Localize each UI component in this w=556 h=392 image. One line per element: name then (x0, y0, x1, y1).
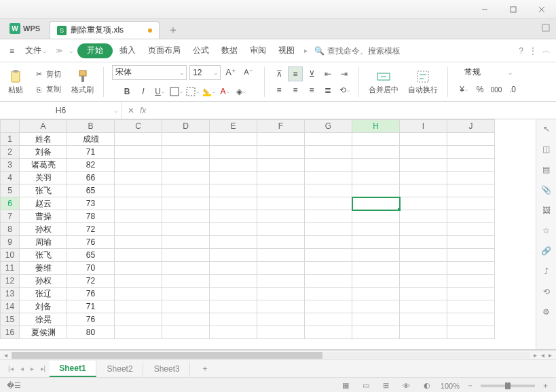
cell[interactable] (305, 184, 352, 197)
cell[interactable] (352, 326, 400, 339)
fill-style-button[interactable] (185, 84, 200, 99)
cell[interactable] (210, 288, 257, 300)
document-tab[interactable]: S 删除重复项.xls (50, 21, 160, 39)
cell[interactable]: 赵云 (20, 197, 67, 210)
cell[interactable] (257, 262, 305, 275)
cell[interactable]: 诸葛亮 (20, 159, 67, 172)
cell[interactable] (162, 197, 210, 210)
cell[interactable] (115, 133, 162, 146)
cell[interactable] (447, 326, 495, 339)
align-bottom-button[interactable]: ⊻ (304, 66, 319, 81)
cell[interactable]: 72 (67, 275, 115, 288)
cell[interactable] (162, 313, 210, 326)
cell[interactable] (305, 197, 352, 210)
tab-start[interactable]: 开始 (77, 43, 113, 58)
column-header[interactable]: G (305, 120, 352, 133)
cell[interactable]: 刘备 (20, 300, 67, 313)
row-header[interactable]: 9 (1, 236, 20, 249)
cell[interactable] (162, 275, 210, 288)
row-header[interactable]: 6 (1, 197, 20, 210)
italic-button[interactable]: I (136, 84, 151, 99)
column-header[interactable]: J (447, 120, 495, 133)
font-size-select[interactable]: 12⌵ (189, 65, 221, 80)
link-icon[interactable]: 🔗 (541, 246, 552, 256)
cell[interactable] (352, 223, 400, 236)
column-header[interactable]: I (400, 120, 447, 133)
cell[interactable] (162, 184, 210, 197)
sheet-nav-first[interactable]: |◂ (5, 365, 16, 372)
merge-center-button[interactable]: 合并居中 (366, 68, 401, 96)
cell[interactable] (257, 197, 305, 210)
tab-data[interactable]: 数据 (216, 39, 243, 62)
column-header[interactable]: F (257, 120, 305, 133)
cut-button[interactable]: ✂剪切 (31, 68, 63, 81)
cell[interactable]: 76 (67, 288, 115, 300)
cell[interactable] (447, 288, 495, 300)
pagebreak-view-icon[interactable]: ⊞ (379, 380, 393, 391)
reading-layout-icon[interactable]: �☰ (7, 380, 20, 391)
cell[interactable] (352, 288, 400, 300)
cell[interactable] (400, 300, 447, 313)
cell[interactable] (115, 146, 162, 159)
bold-button[interactable]: B (119, 84, 134, 99)
cell[interactable] (162, 210, 210, 223)
cell[interactable] (210, 223, 257, 236)
zoom-slider[interactable] (481, 385, 535, 387)
horizontal-scrollbar[interactable]: ◂▸ ◂▸ (0, 350, 556, 359)
cell[interactable]: 71 (67, 146, 115, 159)
cell[interactable] (257, 326, 305, 339)
cell[interactable]: 关羽 (20, 172, 67, 184)
cell[interactable] (305, 133, 352, 146)
cell[interactable] (210, 262, 257, 275)
new-tab-button[interactable]: ＋ (164, 21, 183, 39)
cell[interactable]: 张辽 (20, 288, 67, 300)
minimize-button[interactable] (470, 0, 499, 19)
backup-icon[interactable]: ⟲ (541, 286, 552, 297)
cell[interactable] (115, 197, 162, 210)
cell[interactable] (305, 210, 352, 223)
cell[interactable]: 65 (67, 184, 115, 197)
cell[interactable] (162, 172, 210, 184)
cell[interactable] (447, 210, 495, 223)
tab-page-layout[interactable]: 页面布局 (143, 39, 186, 62)
cell[interactable] (257, 288, 305, 300)
cell[interactable]: 周瑜 (20, 236, 67, 249)
sheet-tab-3[interactable]: Sheet3 (145, 361, 190, 376)
row-header[interactable]: 8 (1, 223, 20, 236)
cell[interactable] (162, 159, 210, 172)
sheet-tab-2[interactable]: Sheet2 (98, 361, 143, 376)
help-icon[interactable]: ? (519, 46, 523, 56)
cell[interactable]: 76 (67, 236, 115, 249)
wrap-text-button[interactable]: 自动换行 (405, 68, 441, 96)
cell[interactable] (210, 133, 257, 146)
indent-decrease-button[interactable]: ⇤ (320, 66, 335, 81)
cell[interactable] (400, 184, 447, 197)
cell[interactable] (162, 300, 210, 313)
cell[interactable] (305, 262, 352, 275)
cell[interactable] (162, 236, 210, 249)
cell[interactable] (447, 223, 495, 236)
paste-button[interactable]: 粘贴 (5, 68, 26, 96)
cell[interactable] (257, 300, 305, 313)
cell[interactable] (352, 300, 400, 313)
cell[interactable] (210, 146, 257, 159)
tab-view[interactable]: 视图 (273, 39, 300, 62)
menu-overflow-left[interactable]: ≫ (53, 47, 65, 54)
align-top-button[interactable]: ⊼ (272, 66, 286, 81)
cell[interactable] (400, 326, 447, 339)
cell[interactable] (447, 300, 495, 313)
tab-formula[interactable]: 公式 (187, 39, 215, 62)
cell[interactable]: 孙权 (20, 275, 67, 288)
cell[interactable]: 78 (67, 210, 115, 223)
cell[interactable] (115, 210, 162, 223)
gallery-icon[interactable]: 🖼 (541, 205, 552, 216)
app-logo[interactable]: W WPS (3, 18, 47, 39)
reading-mode-icon[interactable]: 👁 (400, 380, 413, 391)
cell[interactable]: 65 (67, 249, 115, 262)
cell[interactable] (352, 210, 400, 223)
search-input[interactable] (327, 46, 402, 56)
cell[interactable]: 姓名 (20, 133, 67, 146)
cell[interactable] (115, 275, 162, 288)
cell[interactable] (115, 313, 162, 326)
attachment-icon[interactable]: 📎 (541, 184, 552, 195)
